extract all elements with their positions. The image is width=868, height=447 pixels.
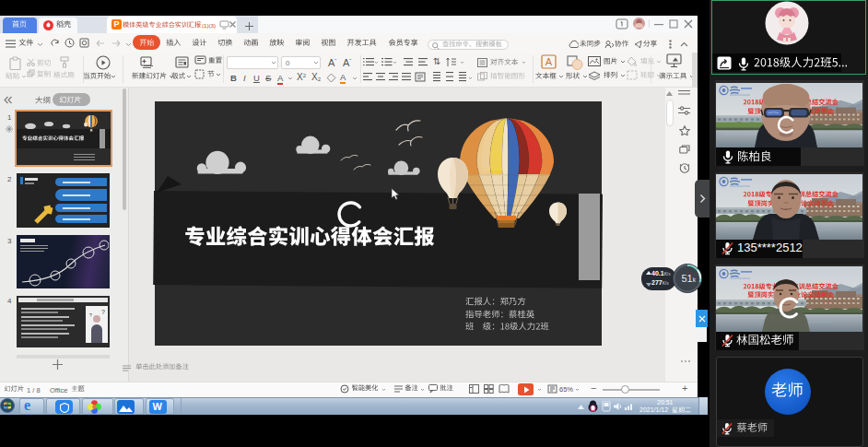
svg-text:?: ? — [101, 309, 105, 315]
svg-text:?: ? — [89, 312, 92, 318]
svg-text:A: A — [545, 56, 553, 67]
